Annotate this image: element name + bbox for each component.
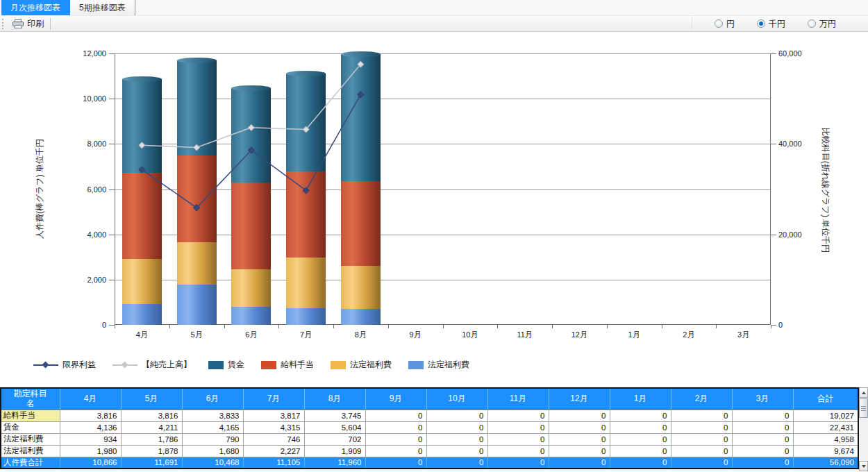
value-cell[interactable]: 0 [487, 421, 549, 433]
scroll-thumb[interactable] [859, 398, 868, 418]
header-month[interactable]: 11月 [487, 388, 549, 410]
unit-option-senyen[interactable]: 千円 [757, 18, 785, 30]
value-cell[interactable]: 0 [549, 445, 610, 457]
value-cell[interactable]: 0 [549, 421, 610, 433]
value-cell[interactable]: 1,980 [60, 445, 121, 457]
row-label-cell[interactable]: 給料手当 [1, 410, 60, 421]
value-cell[interactable]: 3,745 [304, 410, 365, 421]
value-cell[interactable]: 0 [610, 421, 671, 433]
value-cell[interactable]: 0 [426, 433, 487, 445]
total-cell[interactable]: 56,090 [793, 457, 858, 469]
value-cell[interactable]: 1,878 [121, 445, 182, 457]
value-cell[interactable]: 1,680 [182, 445, 243, 457]
value-cell[interactable]: 4,136 [60, 421, 121, 433]
value-cell[interactable]: 0 [610, 445, 671, 457]
value-cell[interactable]: 2,227 [243, 445, 304, 457]
value-cell[interactable]: 0 [732, 421, 793, 433]
value-cell[interactable]: 934 [60, 433, 121, 445]
scroll-down-button[interactable] [859, 461, 868, 471]
toolbar-grip[interactable] [2, 19, 5, 29]
value-cell[interactable]: 0 [610, 457, 671, 469]
row-label-cell[interactable]: 法定福利費 [1, 433, 60, 445]
header-month[interactable]: 7月 [243, 388, 304, 410]
unit-option-manyen[interactable]: 万円 [808, 18, 836, 30]
total-cell[interactable]: 9,674 [793, 445, 858, 457]
value-cell[interactable]: 11,691 [121, 457, 182, 469]
value-cell[interactable]: 1,786 [121, 433, 182, 445]
radio-yen-icon[interactable] [715, 19, 723, 28]
header-month[interactable]: 6月 [182, 388, 243, 410]
unit-option-yen[interactable]: 円 [715, 18, 735, 30]
header-month[interactable]: 1月 [610, 388, 671, 410]
radio-senyen-icon[interactable] [757, 19, 765, 28]
table-scrollbar[interactable] [859, 387, 868, 471]
value-cell[interactable]: 0 [549, 410, 610, 421]
value-cell[interactable]: 0 [365, 410, 426, 421]
value-cell[interactable]: 11,105 [243, 457, 304, 469]
table-row: 人件費合計10,86611,69110,46811,10511,96000000… [1, 457, 858, 469]
value-cell[interactable]: 10,866 [60, 457, 121, 469]
value-cell[interactable]: 0 [487, 445, 549, 457]
header-month[interactable]: 10月 [426, 388, 487, 410]
value-cell[interactable]: 4,315 [243, 421, 304, 433]
value-cell[interactable]: 3,833 [182, 410, 243, 421]
value-cell[interactable]: 0 [671, 433, 732, 445]
tab-5period-chart[interactable]: 5期推移図表 [70, 0, 135, 15]
value-cell[interactable]: 0 [732, 410, 793, 421]
total-cell[interactable]: 4,958 [793, 433, 858, 445]
arrow-up-icon [862, 391, 866, 394]
header-month[interactable]: 9月 [365, 388, 426, 410]
value-cell[interactable]: 0 [732, 457, 793, 469]
value-cell[interactable]: 0 [365, 421, 426, 433]
value-cell[interactable]: 0 [549, 433, 610, 445]
scroll-up-button[interactable] [859, 387, 868, 398]
value-cell[interactable]: 0 [610, 433, 671, 445]
value-cell[interactable]: 11,960 [304, 457, 365, 469]
value-cell[interactable]: 3,816 [121, 410, 182, 421]
value-cell[interactable]: 0 [487, 457, 549, 469]
value-cell[interactable]: 790 [182, 433, 243, 445]
x-axis-label: 2月 [667, 330, 711, 340]
header-month[interactable]: 8月 [304, 388, 365, 410]
radio-manyen-icon[interactable] [808, 19, 816, 28]
value-cell[interactable]: 3,816 [60, 410, 121, 421]
row-label-cell[interactable]: 人件費合計 [1, 457, 60, 469]
value-cell[interactable]: 0 [732, 433, 793, 445]
value-cell[interactable]: 0 [365, 433, 426, 445]
value-cell[interactable]: 746 [243, 433, 304, 445]
value-cell[interactable]: 5,604 [304, 421, 365, 433]
row-label-cell[interactable]: 法定福利費 [1, 445, 60, 457]
value-cell[interactable]: 4,211 [121, 421, 182, 433]
header-month[interactable]: 12月 [549, 388, 610, 410]
header-month[interactable]: 5月 [121, 388, 182, 410]
value-cell[interactable]: 3,817 [243, 410, 304, 421]
value-cell[interactable]: 0 [671, 457, 732, 469]
value-cell[interactable]: 0 [671, 445, 732, 457]
value-cell[interactable]: 4,165 [182, 421, 243, 433]
tab-monthly-chart[interactable]: 月次推移図表 [1, 0, 70, 15]
value-cell[interactable]: 0 [549, 457, 610, 469]
value-cell[interactable]: 0 [671, 421, 732, 433]
value-cell[interactable]: 1,909 [304, 445, 365, 457]
value-cell[interactable]: 10,468 [182, 457, 243, 469]
value-cell[interactable]: 0 [732, 445, 793, 457]
value-cell[interactable]: 0 [671, 410, 732, 421]
header-month[interactable]: 3月 [732, 388, 793, 410]
total-cell[interactable]: 19,027 [793, 410, 858, 421]
value-cell[interactable]: 0 [426, 410, 487, 421]
header-month[interactable]: 4月 [60, 388, 121, 410]
value-cell[interactable]: 0 [487, 433, 549, 445]
right-axis-tick-label: 40,000 [778, 140, 802, 148]
value-cell[interactable]: 0 [426, 457, 487, 469]
value-cell[interactable]: 0 [365, 457, 426, 469]
total-cell[interactable]: 22,431 [793, 421, 858, 433]
value-cell[interactable]: 0 [487, 410, 549, 421]
value-cell[interactable]: 0 [426, 421, 487, 433]
value-cell[interactable]: 0 [365, 445, 426, 457]
row-label-cell[interactable]: 賃金 [1, 421, 60, 433]
value-cell[interactable]: 702 [304, 433, 365, 445]
value-cell[interactable]: 0 [610, 410, 671, 421]
print-button[interactable]: 印刷 [8, 17, 48, 31]
header-month[interactable]: 2月 [671, 388, 732, 410]
value-cell[interactable]: 0 [426, 445, 487, 457]
